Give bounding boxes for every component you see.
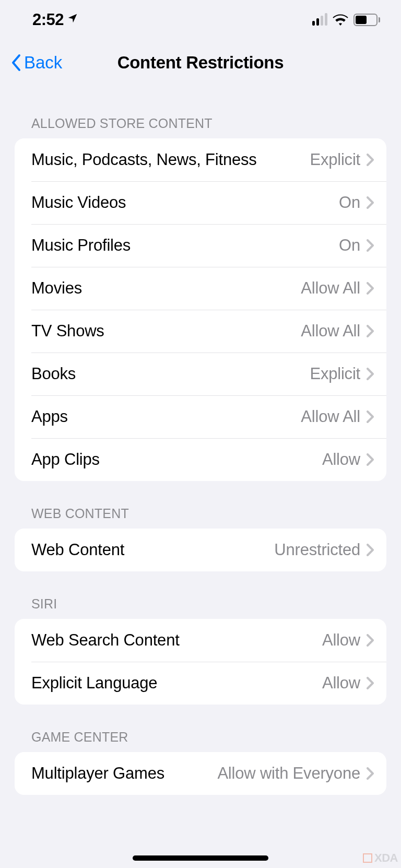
status-bar: 2:52 xyxy=(0,0,401,40)
row-label: Music Videos xyxy=(31,193,339,212)
row-value: Allow xyxy=(322,450,360,469)
row-label: App Clips xyxy=(31,450,322,469)
row-value: Explicit xyxy=(310,365,360,383)
row-multiplayer-games[interactable]: Multiplayer Games Allow with Everyone xyxy=(15,752,386,795)
row-value: Allow All xyxy=(301,279,360,298)
row-value: On xyxy=(339,193,360,212)
row-music-profiles[interactable]: Music Profiles On xyxy=(15,224,386,267)
cellular-signal-icon xyxy=(312,14,327,26)
battery-icon xyxy=(353,14,380,26)
row-label: Apps xyxy=(31,407,301,426)
back-label: Back xyxy=(24,53,62,73)
chevron-right-icon xyxy=(367,677,374,689)
row-label: TV Shows xyxy=(31,322,301,341)
row-value: Allow All xyxy=(301,407,360,426)
row-apps[interactable]: Apps Allow All xyxy=(15,395,386,438)
row-label: Movies xyxy=(31,279,301,298)
chevron-right-icon xyxy=(367,368,374,380)
home-indicator[interactable] xyxy=(133,855,268,861)
row-books[interactable]: Books Explicit xyxy=(15,353,386,395)
chevron-right-icon xyxy=(367,325,374,337)
row-app-clips[interactable]: App Clips Allow xyxy=(15,438,386,481)
status-time: 2:52 xyxy=(32,10,64,29)
row-web-search-content[interactable]: Web Search Content Allow xyxy=(15,619,386,662)
row-value: Allow All xyxy=(301,322,360,341)
row-music-podcasts[interactable]: Music, Podcasts, News, Fitness Explicit xyxy=(15,138,386,181)
row-label: Web Content xyxy=(31,541,274,559)
row-value: Explicit xyxy=(310,150,360,169)
section-game-center: GAME CENTER Multiplayer Games Allow with… xyxy=(15,730,386,795)
chevron-right-icon xyxy=(367,634,374,647)
group-allowed-store: Music, Podcasts, News, Fitness Explicit … xyxy=(15,138,386,481)
chevron-right-icon xyxy=(367,196,374,209)
navigation-bar: Back Content Restrictions xyxy=(0,40,401,86)
row-label: Music Profiles xyxy=(31,236,339,255)
watermark: XDA xyxy=(363,851,398,865)
section-header: SIRI xyxy=(15,596,386,619)
section-header: GAME CENTER xyxy=(15,730,386,752)
row-value: Allow xyxy=(322,631,360,650)
row-label: Books xyxy=(31,365,310,383)
group-game-center: Multiplayer Games Allow with Everyone xyxy=(15,752,386,795)
section-header: ALLOWED STORE CONTENT xyxy=(15,116,386,138)
group-web-content: Web Content Unrestricted xyxy=(15,529,386,571)
chevron-right-icon xyxy=(367,544,374,556)
chevron-right-icon xyxy=(367,154,374,166)
row-label: Web Search Content xyxy=(31,631,322,650)
row-explicit-language[interactable]: Explicit Language Allow xyxy=(15,662,386,705)
row-value: On xyxy=(339,236,360,255)
row-web-content[interactable]: Web Content Unrestricted xyxy=(15,529,386,571)
row-value: Allow with Everyone xyxy=(217,764,360,783)
row-label: Music, Podcasts, News, Fitness xyxy=(31,150,310,169)
chevron-right-icon xyxy=(367,453,374,466)
row-value: Unrestricted xyxy=(274,541,360,559)
section-header: WEB CONTENT xyxy=(15,506,386,529)
row-movies[interactable]: Movies Allow All xyxy=(15,267,386,310)
group-siri: Web Search Content Allow Explicit Langua… xyxy=(15,619,386,705)
section-allowed-store: ALLOWED STORE CONTENT Music, Podcasts, N… xyxy=(15,116,386,481)
chevron-right-icon xyxy=(367,767,374,780)
row-value: Allow xyxy=(322,674,360,693)
chevron-left-icon xyxy=(10,53,22,72)
row-tv-shows[interactable]: TV Shows Allow All xyxy=(15,310,386,353)
section-siri: SIRI Web Search Content Allow Explicit L… xyxy=(15,596,386,705)
chevron-right-icon xyxy=(367,239,374,252)
row-music-videos[interactable]: Music Videos On xyxy=(15,181,386,224)
row-label: Explicit Language xyxy=(31,674,322,693)
section-web-content: WEB CONTENT Web Content Unrestricted xyxy=(15,506,386,571)
row-label: Multiplayer Games xyxy=(31,764,217,783)
chevron-right-icon xyxy=(367,410,374,423)
chevron-right-icon xyxy=(367,282,374,295)
wifi-icon xyxy=(333,14,348,26)
location-icon xyxy=(67,13,78,24)
back-button[interactable]: Back xyxy=(10,53,62,73)
